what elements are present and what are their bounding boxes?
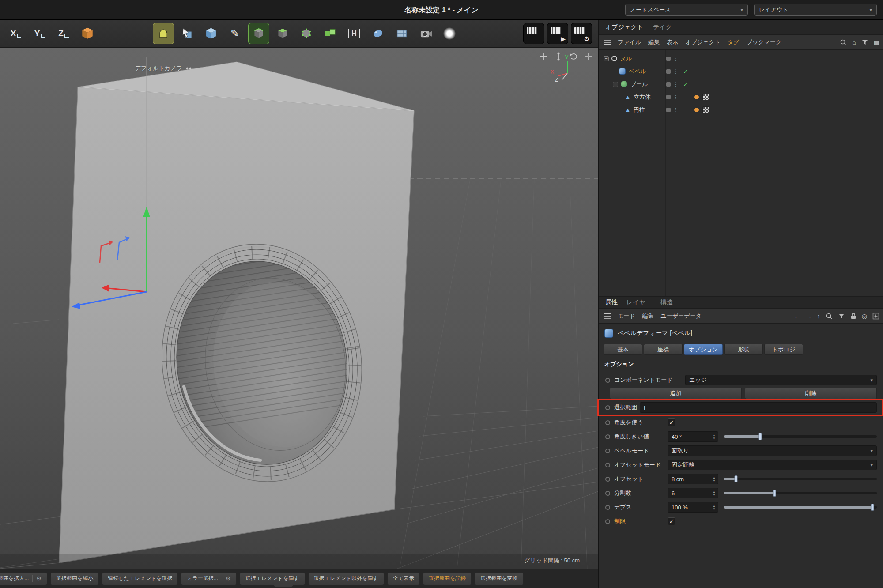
menu-edit[interactable]: 編集 <box>642 312 654 320</box>
cube-primitive-button[interactable] <box>200 23 222 44</box>
viewport-3d[interactable]: デフォルトカメラ <box>0 48 598 569</box>
depth-slider[interactable] <box>724 506 877 509</box>
keyframe-dot-icon[interactable] <box>605 449 610 453</box>
tab-topology[interactable]: トポロジ <box>764 344 803 355</box>
phong-tag-icon[interactable] <box>694 108 699 112</box>
spinner-icon[interactable]: ▴▾ <box>710 488 718 498</box>
keyframe-dot-icon[interactable] <box>605 463 610 467</box>
tree-row-cube[interactable]: ▲ 立方体 ⋮ <box>599 90 883 103</box>
hamburger-menu-icon[interactable] <box>604 313 611 319</box>
spinner-icon[interactable]: ▴▾ <box>710 474 718 484</box>
light-button[interactable] <box>439 23 460 44</box>
collapse-toggle-icon[interactable]: − <box>604 56 609 61</box>
camera-button[interactable] <box>415 23 436 44</box>
keyframe-dot-icon[interactable] <box>605 378 610 383</box>
phong-tag-icon[interactable] <box>694 95 699 99</box>
render-picture-viewer-button[interactable]: ▶ <box>547 23 568 44</box>
target-icon[interactable]: ◎ <box>862 313 867 320</box>
tab-attributes[interactable]: 属性 <box>605 298 618 306</box>
subdivision-input[interactable]: 6 ▴▾ <box>668 488 718 498</box>
visibility-toggle[interactable] <box>666 82 671 87</box>
keyframe-dot-icon[interactable] <box>605 420 610 425</box>
keyframe-dot-icon[interactable] <box>605 519 610 524</box>
tree-row-bevel[interactable]: ベベル ⋮✓ <box>599 65 883 78</box>
store-selection-button[interactable]: 選択範囲を記録 <box>423 572 472 585</box>
visibility-toggle[interactable] <box>666 95 671 99</box>
visibility-toggle[interactable] <box>666 108 671 112</box>
tab-objects[interactable]: オブジェクト <box>605 23 643 31</box>
menu-bookmarks[interactable]: ブックマーク <box>747 38 782 46</box>
home-icon[interactable]: ⌂ <box>852 39 856 46</box>
hamburger-menu-icon[interactable] <box>604 40 611 45</box>
menu-edit[interactable]: 編集 <box>648 38 660 46</box>
tab-basic[interactable]: 基本 <box>604 344 642 355</box>
slider-handle[interactable] <box>871 504 874 511</box>
polygon-mode-button[interactable] <box>272 23 293 44</box>
texture-tag-icon[interactable] <box>702 94 709 100</box>
tab-options[interactable]: オプション <box>684 344 723 355</box>
render-settings-button[interactable]: ⚙ <box>571 23 592 44</box>
enabled-check-icon[interactable]: ✓ <box>683 68 688 75</box>
offset-mode-select[interactable]: 固定距離 ▾ <box>668 460 877 470</box>
tree-row-null[interactable]: − ヌル ⋮ <box>599 52 883 65</box>
tab-coordinates[interactable]: 座標 <box>644 344 683 355</box>
visibility-toggle[interactable] <box>666 69 671 74</box>
spinner-icon[interactable]: ▴▾ <box>710 432 718 441</box>
visibility-dots-icon[interactable]: ⋮ <box>673 108 679 112</box>
camera-label[interactable]: デフォルトカメラ <box>135 64 192 72</box>
workplane-button[interactable] <box>77 23 98 44</box>
keyframe-dot-icon[interactable] <box>605 505 610 510</box>
search-icon[interactable] <box>826 313 833 320</box>
component-mode-select[interactable]: エッジ ▾ <box>685 375 877 385</box>
lock-icon[interactable] <box>850 313 857 320</box>
lock-y-axis-button[interactable]: Y <box>29 23 50 44</box>
hide-selected-button[interactable]: 選択エレメントを隠す <box>240 572 305 585</box>
menu-mode[interactable]: モード <box>618 312 635 320</box>
bevel-mode-select[interactable]: 面取り ▾ <box>668 445 877 456</box>
convert-selection-button[interactable]: 選択範囲を変換 <box>475 572 523 585</box>
grow-selection-button[interactable]: 選択範囲を拡大...⚙ <box>0 572 47 585</box>
enabled-check-icon[interactable]: ✓ <box>683 81 688 88</box>
point-mode-button[interactable] <box>296 23 317 44</box>
tab-shape[interactable]: 形状 <box>724 344 763 355</box>
menu-view[interactable]: 表示 <box>667 38 678 46</box>
tree-row-cylinder[interactable]: ▲ 円柱 ⋮ <box>599 103 883 116</box>
spinner-icon[interactable]: ▴▾ <box>710 502 718 512</box>
menu-objects[interactable]: オブジェクト <box>685 38 721 46</box>
filter-icon[interactable] <box>838 313 845 320</box>
menu-file[interactable]: ファイル <box>618 38 641 46</box>
visibility-dots-icon[interactable]: ⋮ <box>673 95 679 99</box>
list-view-icon[interactable]: ▤ <box>874 39 879 46</box>
scrollbar-handle[interactable] <box>274 584 293 587</box>
filter-icon[interactable] <box>861 39 868 46</box>
menu-userdata[interactable]: ユーザーデータ <box>661 312 702 320</box>
tab-layers[interactable]: レイヤー <box>626 298 652 306</box>
render-view-button[interactable] <box>523 23 544 44</box>
align-button[interactable]: H <box>343 23 365 44</box>
viewport-canvas[interactable] <box>0 48 598 569</box>
gear-icon[interactable]: ⚙ <box>222 575 231 582</box>
search-icon[interactable] <box>840 39 847 46</box>
edge-mode-button[interactable] <box>248 23 269 44</box>
spline-pen-button[interactable]: ✎ <box>224 23 245 44</box>
offset-slider[interactable] <box>724 478 877 480</box>
angle-threshold-input[interactable]: 40 ° ▴▾ <box>668 431 718 442</box>
menu-tags[interactable]: タグ <box>728 38 740 46</box>
slider-handle[interactable] <box>759 433 762 440</box>
tree-row-boole[interactable]: − ブール ⋮✓ <box>599 78 883 90</box>
delete-selection-button[interactable]: 削除 <box>745 388 877 399</box>
lock-x-axis-button[interactable]: X <box>5 23 26 44</box>
keyframe-dot-icon[interactable] <box>605 434 610 439</box>
history-back-icon[interactable]: ← <box>794 313 800 320</box>
gear-icon[interactable]: ⚙ <box>32 575 42 582</box>
visibility-dots-icon[interactable]: ⋮ <box>673 82 679 87</box>
tab-structure[interactable]: 構造 <box>660 298 673 306</box>
mirror-selection-button[interactable]: ミラー選択...⚙ <box>181 572 236 585</box>
limit-checkbox[interactable] <box>668 517 675 525</box>
subdivision-slider[interactable] <box>724 492 877 494</box>
toggle-views-icon[interactable] <box>584 52 593 61</box>
keyframe-dot-icon[interactable] <box>605 405 610 410</box>
instance-button[interactable] <box>320 23 341 44</box>
add-selection-button[interactable]: 追加 <box>610 388 742 399</box>
tab-takes[interactable]: テイク <box>653 23 672 31</box>
